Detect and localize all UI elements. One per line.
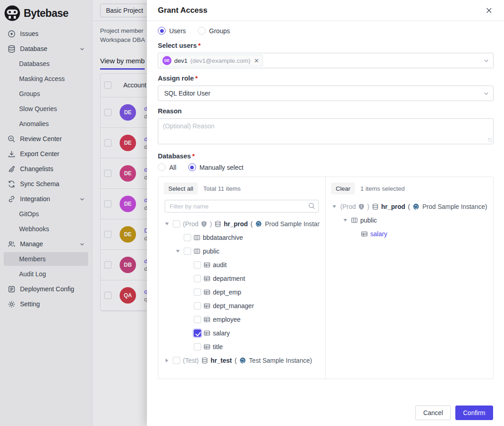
clear-button[interactable]: Clear	[331, 183, 355, 194]
database-name: hr_prod	[381, 203, 405, 210]
chevron-down-icon	[484, 59, 489, 63]
search-icon	[308, 203, 315, 209]
tree-row-employee[interactable]: employee	[164, 313, 320, 326]
selected-row-public[interactable]: public	[331, 213, 488, 227]
instance-paren: (	[251, 220, 253, 228]
radio-dot	[198, 27, 206, 35]
tree-row-audit[interactable]: audit	[164, 258, 320, 272]
tree-checkbox[interactable]	[194, 261, 201, 269]
environment-close: )	[210, 220, 212, 228]
close-icon[interactable]	[484, 5, 494, 15]
table-name: audit	[213, 261, 227, 269]
tree-row-department[interactable]: department	[164, 272, 320, 285]
required-asterisk: *	[195, 75, 198, 82]
shield-icon	[358, 203, 364, 210]
chip-remove-icon[interactable]: ✕	[254, 58, 259, 64]
table-icon	[204, 303, 210, 309]
tree-row-dept-emp[interactable]: dept_emp	[164, 285, 320, 299]
member-type-radios: Users Groups	[158, 27, 494, 35]
grant-access-modal: Grant Access Users Groups Select users*	[147, 0, 504, 426]
tree-checkbox[interactable]	[184, 234, 191, 241]
caret-down-icon[interactable]	[164, 223, 170, 225]
radio-users[interactable]: Users	[158, 27, 186, 35]
reason-label: Reason	[158, 107, 494, 115]
radio-groups[interactable]: Groups	[198, 27, 230, 35]
radio-label: Manually select	[200, 164, 244, 171]
instance-name: Prod Sample Instance)	[422, 203, 487, 210]
tree-row-dept-manager[interactable]: dept_manager	[164, 299, 320, 313]
databases-label: Databases*	[158, 152, 494, 160]
radio-dot	[188, 163, 196, 171]
selected-user-chip: DE dev1 (dev1@example.com) ✕	[161, 55, 263, 66]
tree-checkbox[interactable]	[173, 220, 180, 228]
tree-row-bbdataarchive[interactable]: bbdataarchive	[164, 231, 320, 244]
schema-name: bbdataarchive	[203, 234, 243, 241]
tree-row-public[interactable]: public	[164, 244, 320, 258]
database-icon	[215, 221, 221, 227]
chip-user-email: (dev1@example.com)	[190, 57, 250, 64]
radio-all-databases[interactable]: All	[158, 163, 176, 171]
assign-role-select[interactable]: SQL Editor User	[158, 86, 494, 101]
schema-name: public	[360, 217, 377, 224]
table-icon	[204, 344, 210, 350]
postgres-icon	[413, 203, 419, 210]
select-users-field[interactable]: DE dev1 (dev1@example.com) ✕	[158, 53, 494, 68]
picker-selected-pane: Clear 1 items selected (Prod ) hr_prod (…	[326, 177, 493, 379]
chip-user-name: dev1	[174, 57, 187, 64]
picker-source-pane: Select all Total 11 items (Prod )	[158, 177, 326, 379]
table-icon	[204, 262, 210, 268]
caret-down-icon[interactable]	[175, 250, 181, 253]
tree-checkbox[interactable]	[194, 343, 201, 350]
database-icon	[372, 203, 378, 210]
environment-label: (Test)	[183, 357, 199, 364]
table-name: department	[213, 275, 245, 282]
tree-checkbox[interactable]	[194, 289, 201, 296]
table-icon	[204, 330, 210, 336]
selected-row-salary[interactable]: salary	[331, 227, 488, 241]
select-users-label: Select users*	[158, 42, 494, 49]
radio-label: Users	[169, 27, 186, 35]
caret-down-icon[interactable]	[342, 219, 348, 222]
tree-row-hr-test[interactable]: (Test) hr_test ( Test Sample Instance)	[164, 354, 320, 367]
tree-checkbox[interactable]	[194, 275, 201, 282]
table-icon	[361, 231, 368, 237]
selected-row-hr-prod[interactable]: (Prod ) hr_prod ( Prod Sample Instance)	[331, 200, 488, 213]
tree-checkbox[interactable]	[184, 248, 191, 255]
tree-row-salary[interactable]: salary	[164, 326, 320, 340]
instance-name: Prod Sample Instance	[265, 220, 320, 228]
table-name: employee	[213, 316, 241, 323]
tree-row-title[interactable]: title	[164, 340, 320, 354]
chevron-down-icon	[484, 91, 489, 96]
database-picker: Select all Total 11 items (Prod )	[158, 177, 494, 379]
table-name: salary	[213, 330, 230, 337]
avatar: DE	[162, 56, 171, 65]
filter-input[interactable]	[165, 200, 319, 213]
reason-textarea[interactable]	[158, 118, 494, 144]
instance-name: Test Sample Instance)	[249, 357, 312, 364]
selected-toolbar: Clear 1 items selected	[331, 183, 488, 194]
picker-toolbar: Select all Total 11 items	[164, 183, 320, 194]
radio-manually-select[interactable]: Manually select	[188, 163, 244, 171]
environment-close: )	[367, 203, 369, 210]
tree-checkbox[interactable]	[173, 357, 180, 364]
database-icon	[202, 357, 208, 364]
modal-footer: Cancel Confirm	[147, 399, 504, 426]
tree-checkbox-checked[interactable]	[194, 330, 201, 337]
select-all-button[interactable]: Select all	[164, 183, 198, 194]
selected-count-label: 1 items selected	[360, 185, 405, 192]
assign-role-label: Assign role*	[158, 75, 494, 82]
tree-checkbox[interactable]	[194, 316, 201, 323]
caret-down-icon[interactable]	[331, 205, 338, 208]
database-name: hr_prod	[224, 220, 248, 228]
table-icon	[204, 276, 210, 281]
confirm-button[interactable]: Confirm	[455, 406, 493, 420]
tree-row-hr-prod[interactable]: (Prod ) hr_prod ( Prod Sample Instance	[164, 217, 320, 231]
radio-label: Groups	[209, 27, 230, 35]
table-icon	[204, 317, 210, 322]
postgres-icon	[239, 357, 246, 364]
table-name: dept_emp	[213, 289, 241, 296]
cancel-button[interactable]: Cancel	[415, 406, 451, 420]
caret-right-icon[interactable]	[164, 359, 170, 362]
tree-checkbox[interactable]	[194, 302, 201, 309]
total-items-label: Total 11 items	[203, 185, 241, 192]
